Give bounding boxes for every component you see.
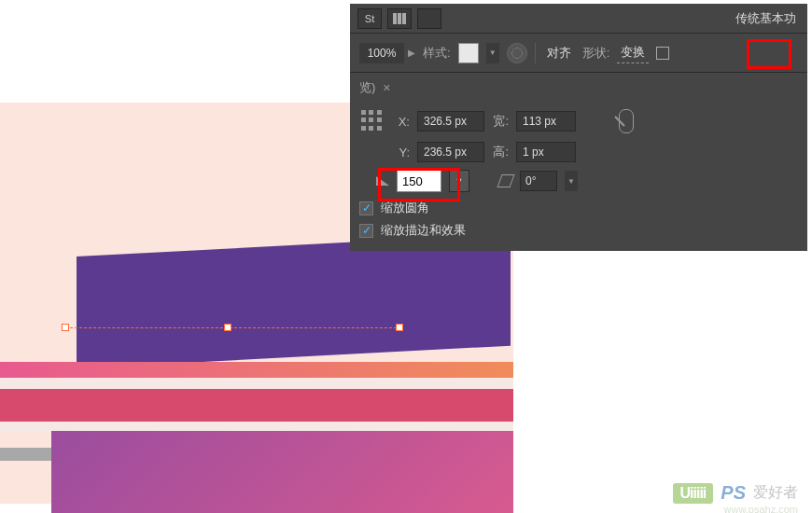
handle-middle[interactable] [224,324,231,331]
zoom-input[interactable] [359,43,404,63]
reference-point-widget[interactable] [359,108,385,134]
svg-rect-0 [393,13,397,24]
height-input[interactable] [516,142,576,162]
handle-left[interactable] [62,324,69,331]
svg-rect-2 [402,13,406,24]
shape-label: 形状: [582,45,610,62]
selection-path[interactable] [65,327,401,329]
h-label: 高: [492,144,509,160]
style-label: 样式: [423,45,451,62]
zoom-chevron-icon[interactable]: ▶ [408,48,415,58]
style-swatch[interactable] [458,43,479,63]
link-wh-icon[interactable] [619,109,634,133]
transform-panel: X: 宽: Y: 高: ▼ ▼ ✓ 缩放圆角 [350,103,807,248]
style-dropdown-icon[interactable]: ▼ [486,43,499,63]
shear-dropdown-icon[interactable]: ▼ [565,171,578,191]
watermark-logo1: Uiiiii [673,483,714,504]
width-input[interactable] [516,111,576,132]
document-tab[interactable]: 览) × [350,73,807,103]
app-toolbar: St 传统基本功 [350,4,807,34]
tab-close-icon[interactable]: × [383,80,390,95]
x-input[interactable] [417,111,484,132]
svg-rect-1 [398,13,401,24]
scale-strokes-checkbox[interactable]: ✓ [359,224,373,238]
tab-name: 览) [359,79,375,96]
watermark-url: www.psahz.com [724,504,798,513]
arrange-icon[interactable] [387,8,412,29]
w-label: 宽: [492,113,509,130]
workspace-label[interactable]: 传统基本功 [735,10,800,27]
scale-corners-checkbox[interactable]: ✓ [359,201,373,215]
watermark: Uiiiii PS 爱好者 [673,482,798,504]
transform-button[interactable]: 变换 [617,42,649,63]
scale-corners-label: 缩放圆角 [381,200,429,216]
rotate-input[interactable] [397,170,441,192]
control-panel: St 传统基本功 ▶ 样式: ▼ 对齐 形状: 变换 览) × X: [350,4,807,251]
watermark-text: 爱好者 [753,483,798,503]
options-bar: ▶ 样式: ▼ 对齐 形状: 变换 [350,34,807,73]
shear-icon [497,174,514,187]
scale-strokes-label: 缩放描边和效果 [381,222,466,239]
shear-input[interactable] [520,171,557,191]
x-label: X: [393,115,410,129]
watermark-logo2: PS [721,482,746,504]
roof-shape [77,234,511,368]
color-wheel-icon[interactable] [507,43,527,63]
rotate-angle-icon [376,176,389,186]
stock-icon[interactable]: St [357,8,382,29]
rotate-dropdown-icon[interactable]: ▼ [449,170,469,192]
y-input[interactable] [417,142,484,162]
align-button[interactable]: 对齐 [543,43,575,63]
isolate-icon[interactable] [656,47,669,60]
gpu-icon[interactable] [417,8,441,29]
y-label: Y: [393,146,410,159]
handle-right[interactable] [396,324,403,331]
